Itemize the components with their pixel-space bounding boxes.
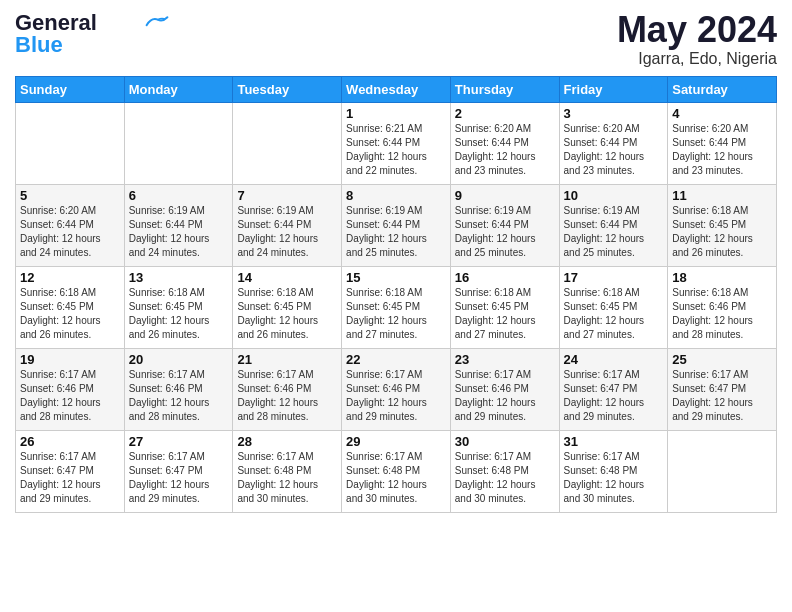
col-header-saturday: Saturday	[668, 76, 777, 102]
day-info: Sunrise: 6:18 AM Sunset: 6:45 PM Dayligh…	[346, 286, 446, 342]
page: General Blue May 2024 Igarra, Edo, Niger…	[0, 0, 792, 612]
day-number: 23	[455, 352, 555, 367]
day-number: 6	[129, 188, 229, 203]
col-header-thursday: Thursday	[450, 76, 559, 102]
day-info: Sunrise: 6:17 AM Sunset: 6:47 PM Dayligh…	[672, 368, 772, 424]
day-info: Sunrise: 6:17 AM Sunset: 6:48 PM Dayligh…	[346, 450, 446, 506]
day-info: Sunrise: 6:19 AM Sunset: 6:44 PM Dayligh…	[237, 204, 337, 260]
week-row-1: 1Sunrise: 6:21 AM Sunset: 6:44 PM Daylig…	[16, 102, 777, 184]
day-info: Sunrise: 6:17 AM Sunset: 6:48 PM Dayligh…	[455, 450, 555, 506]
day-number: 10	[564, 188, 664, 203]
day-number: 4	[672, 106, 772, 121]
day-info: Sunrise: 6:19 AM Sunset: 6:44 PM Dayligh…	[129, 204, 229, 260]
day-info: Sunrise: 6:17 AM Sunset: 6:46 PM Dayligh…	[455, 368, 555, 424]
day-cell: 15Sunrise: 6:18 AM Sunset: 6:45 PM Dayli…	[342, 266, 451, 348]
day-info: Sunrise: 6:17 AM Sunset: 6:47 PM Dayligh…	[20, 450, 120, 506]
week-row-2: 5Sunrise: 6:20 AM Sunset: 6:44 PM Daylig…	[16, 184, 777, 266]
title-location: Igarra, Edo, Nigeria	[617, 50, 777, 68]
day-cell: 16Sunrise: 6:18 AM Sunset: 6:45 PM Dayli…	[450, 266, 559, 348]
day-info: Sunrise: 6:18 AM Sunset: 6:45 PM Dayligh…	[237, 286, 337, 342]
day-cell: 17Sunrise: 6:18 AM Sunset: 6:45 PM Dayli…	[559, 266, 668, 348]
day-number: 22	[346, 352, 446, 367]
logo-bird-icon	[145, 15, 169, 29]
day-number: 18	[672, 270, 772, 285]
day-cell: 14Sunrise: 6:18 AM Sunset: 6:45 PM Dayli…	[233, 266, 342, 348]
day-number: 1	[346, 106, 446, 121]
day-cell: 13Sunrise: 6:18 AM Sunset: 6:45 PM Dayli…	[124, 266, 233, 348]
day-number: 30	[455, 434, 555, 449]
title-month-year: May 2024	[617, 10, 777, 50]
day-cell: 31Sunrise: 6:17 AM Sunset: 6:48 PM Dayli…	[559, 430, 668, 512]
day-number: 26	[20, 434, 120, 449]
day-info: Sunrise: 6:18 AM Sunset: 6:45 PM Dayligh…	[672, 204, 772, 260]
day-info: Sunrise: 6:17 AM Sunset: 6:48 PM Dayligh…	[237, 450, 337, 506]
day-cell: 8Sunrise: 6:19 AM Sunset: 6:44 PM Daylig…	[342, 184, 451, 266]
day-cell: 4Sunrise: 6:20 AM Sunset: 6:44 PM Daylig…	[668, 102, 777, 184]
day-info: Sunrise: 6:17 AM Sunset: 6:46 PM Dayligh…	[129, 368, 229, 424]
day-number: 16	[455, 270, 555, 285]
day-cell: 23Sunrise: 6:17 AM Sunset: 6:46 PM Dayli…	[450, 348, 559, 430]
day-cell: 27Sunrise: 6:17 AM Sunset: 6:47 PM Dayli…	[124, 430, 233, 512]
day-cell: 29Sunrise: 6:17 AM Sunset: 6:48 PM Dayli…	[342, 430, 451, 512]
day-number: 14	[237, 270, 337, 285]
day-info: Sunrise: 6:18 AM Sunset: 6:46 PM Dayligh…	[672, 286, 772, 342]
day-info: Sunrise: 6:20 AM Sunset: 6:44 PM Dayligh…	[20, 204, 120, 260]
day-cell: 5Sunrise: 6:20 AM Sunset: 6:44 PM Daylig…	[16, 184, 125, 266]
day-number: 17	[564, 270, 664, 285]
col-header-wednesday: Wednesday	[342, 76, 451, 102]
day-number: 8	[346, 188, 446, 203]
day-cell: 1Sunrise: 6:21 AM Sunset: 6:44 PM Daylig…	[342, 102, 451, 184]
day-number: 5	[20, 188, 120, 203]
day-number: 9	[455, 188, 555, 203]
day-number: 15	[346, 270, 446, 285]
day-number: 27	[129, 434, 229, 449]
day-cell: 19Sunrise: 6:17 AM Sunset: 6:46 PM Dayli…	[16, 348, 125, 430]
day-info: Sunrise: 6:17 AM Sunset: 6:46 PM Dayligh…	[237, 368, 337, 424]
day-number: 21	[237, 352, 337, 367]
col-header-sunday: Sunday	[16, 76, 125, 102]
day-info: Sunrise: 6:17 AM Sunset: 6:46 PM Dayligh…	[20, 368, 120, 424]
day-number: 2	[455, 106, 555, 121]
day-info: Sunrise: 6:20 AM Sunset: 6:44 PM Dayligh…	[564, 122, 664, 178]
day-cell: 9Sunrise: 6:19 AM Sunset: 6:44 PM Daylig…	[450, 184, 559, 266]
day-info: Sunrise: 6:17 AM Sunset: 6:48 PM Dayligh…	[564, 450, 664, 506]
day-number: 20	[129, 352, 229, 367]
col-header-friday: Friday	[559, 76, 668, 102]
day-cell: 3Sunrise: 6:20 AM Sunset: 6:44 PM Daylig…	[559, 102, 668, 184]
day-info: Sunrise: 6:21 AM Sunset: 6:44 PM Dayligh…	[346, 122, 446, 178]
day-info: Sunrise: 6:18 AM Sunset: 6:45 PM Dayligh…	[20, 286, 120, 342]
day-cell	[124, 102, 233, 184]
logo: General Blue	[15, 10, 169, 58]
day-cell	[16, 102, 125, 184]
day-info: Sunrise: 6:20 AM Sunset: 6:44 PM Dayligh…	[455, 122, 555, 178]
day-cell: 10Sunrise: 6:19 AM Sunset: 6:44 PM Dayli…	[559, 184, 668, 266]
day-info: Sunrise: 6:18 AM Sunset: 6:45 PM Dayligh…	[564, 286, 664, 342]
col-header-monday: Monday	[124, 76, 233, 102]
day-cell: 24Sunrise: 6:17 AM Sunset: 6:47 PM Dayli…	[559, 348, 668, 430]
day-number: 7	[237, 188, 337, 203]
week-row-3: 12Sunrise: 6:18 AM Sunset: 6:45 PM Dayli…	[16, 266, 777, 348]
day-cell: 18Sunrise: 6:18 AM Sunset: 6:46 PM Dayli…	[668, 266, 777, 348]
header: General Blue May 2024 Igarra, Edo, Niger…	[15, 10, 777, 68]
calendar-table: SundayMondayTuesdayWednesdayThursdayFrid…	[15, 76, 777, 513]
day-cell: 2Sunrise: 6:20 AM Sunset: 6:44 PM Daylig…	[450, 102, 559, 184]
day-number: 25	[672, 352, 772, 367]
day-number: 12	[20, 270, 120, 285]
day-cell	[233, 102, 342, 184]
day-info: Sunrise: 6:19 AM Sunset: 6:44 PM Dayligh…	[564, 204, 664, 260]
logo-blue: Blue	[15, 32, 63, 58]
day-number: 28	[237, 434, 337, 449]
day-number: 31	[564, 434, 664, 449]
day-number: 11	[672, 188, 772, 203]
day-info: Sunrise: 6:18 AM Sunset: 6:45 PM Dayligh…	[129, 286, 229, 342]
calendar-header: SundayMondayTuesdayWednesdayThursdayFrid…	[16, 76, 777, 102]
day-info: Sunrise: 6:18 AM Sunset: 6:45 PM Dayligh…	[455, 286, 555, 342]
week-row-5: 26Sunrise: 6:17 AM Sunset: 6:47 PM Dayli…	[16, 430, 777, 512]
day-info: Sunrise: 6:17 AM Sunset: 6:46 PM Dayligh…	[346, 368, 446, 424]
day-cell: 28Sunrise: 6:17 AM Sunset: 6:48 PM Dayli…	[233, 430, 342, 512]
day-info: Sunrise: 6:20 AM Sunset: 6:44 PM Dayligh…	[672, 122, 772, 178]
day-cell: 20Sunrise: 6:17 AM Sunset: 6:46 PM Dayli…	[124, 348, 233, 430]
day-number: 13	[129, 270, 229, 285]
day-info: Sunrise: 6:19 AM Sunset: 6:44 PM Dayligh…	[455, 204, 555, 260]
day-number: 3	[564, 106, 664, 121]
